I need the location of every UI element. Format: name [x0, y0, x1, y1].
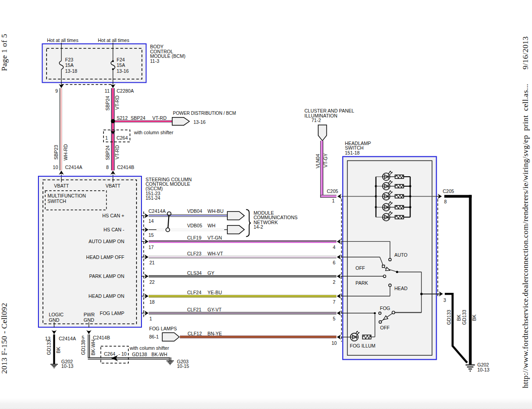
svg-text:Page 1 of 5: Page 1 of 5 — [0, 34, 9, 71]
svg-text:2013 F-150 - Cell092: 2013 F-150 - Cell092 — [0, 303, 9, 374]
svg-text:11-3: 11-3 — [150, 58, 159, 64]
svg-text:15A: 15A — [117, 62, 125, 68]
svg-text:13-16: 13-16 — [193, 119, 206, 125]
svg-text:GD133: GD133 — [461, 310, 467, 324]
svg-text:2: 2 — [333, 279, 335, 285]
svg-text:S212: S212 — [117, 115, 128, 121]
svg-text:BN-YE: BN-YE — [207, 331, 222, 336]
svg-text:with column shifter: with column shifter — [129, 345, 169, 351]
svg-text:13-16: 13-16 — [117, 68, 129, 74]
svg-text:C2414A: C2414A — [65, 165, 82, 170]
svg-text:151-18: 151-18 — [345, 150, 360, 155]
svg-text:WH-VT: WH-VT — [207, 251, 223, 256]
svg-text:PARK: PARK — [356, 280, 368, 286]
svg-text:CLF19: CLF19 — [187, 235, 202, 240]
svg-text:BK: BK — [56, 347, 61, 353]
svg-text:22: 22 — [150, 279, 155, 285]
svg-text:BK: BK — [471, 315, 477, 321]
svg-text:FOG LAMPS: FOG LAMPS — [149, 326, 177, 331]
svg-text:HEAD LAMP OFF: HEAD LAMP OFF — [86, 254, 124, 260]
svg-text:1: 1 — [150, 316, 152, 321]
svg-text:VT-GY: VT-GY — [323, 153, 328, 168]
svg-text:BK: BK — [456, 315, 461, 321]
svg-text:6: 6 — [333, 260, 335, 265]
svg-text:BK-WH: BK-WH — [151, 352, 167, 357]
svg-text:WH-BU: WH-BU — [207, 208, 224, 214]
svg-text:GD138: GD138 — [132, 352, 147, 357]
svg-text:17: 17 — [149, 244, 154, 250]
svg-text:BK-WH: BK-WH — [90, 339, 96, 355]
svg-text:7: 7 — [333, 299, 335, 305]
svg-text:OFF: OFF — [380, 325, 390, 330]
svg-text:CLF12: CLF12 — [188, 331, 202, 336]
svg-text:HEAD LAMP ON: HEAD LAMP ON — [89, 293, 124, 299]
svg-text:C2414A: C2414A — [149, 208, 166, 214]
svg-text:SBP24: SBP24 — [105, 96, 110, 111]
svg-text:CLS34: CLS34 — [187, 270, 202, 276]
svg-text:11: 11 — [105, 88, 110, 94]
svg-text:SWITCH: SWITCH — [47, 198, 66, 204]
svg-text:FOG: FOG — [380, 306, 391, 311]
svg-text:WH-RD: WH-RD — [63, 144, 68, 161]
svg-text:13-18: 13-18 — [65, 68, 77, 74]
svg-text:10: 10 — [53, 165, 58, 170]
svg-text:VDB04: VDB04 — [187, 208, 202, 214]
svg-text:FOG LAMP: FOG LAMP — [100, 310, 124, 316]
svg-text:AUTO LAMP ON: AUTO LAMP ON — [89, 239, 124, 244]
svg-text:PARK LAMP ON: PARK LAMP ON — [89, 273, 124, 279]
svg-text:GND: GND — [84, 317, 94, 323]
svg-text:C264: C264 — [104, 351, 115, 357]
svg-text:10-15: 10-15 — [177, 363, 189, 369]
svg-text:VT-RD: VT-RD — [152, 115, 167, 121]
svg-text:C264: C264 — [117, 135, 128, 141]
svg-text:5: 5 — [333, 316, 335, 321]
svg-text:15: 15 — [149, 232, 154, 238]
svg-text:HS CAN -: HS CAN - — [104, 227, 125, 232]
svg-text:9: 9 — [55, 88, 58, 94]
svg-text:FOG ILLUM: FOG ILLUM — [350, 343, 376, 348]
svg-text:1: 1 — [332, 198, 335, 203]
svg-text:GD133: GD133 — [446, 310, 452, 324]
svg-text:10-13: 10-13 — [477, 367, 490, 372]
svg-text:VT-RD: VT-RD — [114, 145, 120, 160]
svg-text:VBATT: VBATT — [54, 183, 69, 188]
svg-text:21: 21 — [150, 260, 155, 265]
svg-text:4: 4 — [333, 244, 335, 250]
svg-text:C2280A: C2280A — [117, 88, 134, 94]
svg-text:C2414B: C2414B — [93, 335, 110, 340]
svg-text:CLF21: CLF21 — [187, 307, 202, 312]
svg-text:PWR: PWR — [84, 312, 95, 317]
svg-text:GD138: GD138 — [80, 340, 86, 355]
svg-text:VLN04: VLN04 — [315, 154, 320, 168]
svg-text:POWER DISTRIBUTION / BCM: POWER DISTRIBUTION / BCM — [173, 111, 236, 116]
svg-text:10: 10 — [332, 340, 337, 346]
svg-text:AUTO: AUTO — [395, 252, 408, 258]
svg-text:VT-GN: VT-GN — [207, 235, 222, 240]
svg-text:GND: GND — [49, 317, 60, 323]
svg-text:LOGIC: LOGIC — [49, 312, 64, 317]
svg-text:14: 14 — [149, 218, 154, 224]
svg-text:GY: GY — [207, 270, 214, 276]
svg-text:14-2: 14-2 — [254, 224, 263, 230]
svg-text:10-13: 10-13 — [61, 363, 74, 369]
svg-text:1: 1 — [105, 135, 108, 141]
svg-text:15A: 15A — [65, 62, 74, 68]
svg-text:VBATT: VBATT — [105, 183, 121, 188]
svg-text:86-1: 86-1 — [149, 334, 159, 339]
svg-text:CLF24: CLF24 — [187, 290, 202, 295]
svg-text:8: 8 — [444, 199, 447, 204]
svg-text:F23: F23 — [65, 57, 73, 62]
svg-text:HS CAN +: HS CAN + — [102, 213, 124, 218]
svg-text:SBP24: SBP24 — [131, 115, 146, 121]
svg-text:C2414B: C2414B — [117, 165, 134, 170]
svg-text:Hot at all times: Hot at all times — [47, 38, 78, 43]
svg-text:8: 8 — [106, 165, 109, 170]
svg-text:3: 3 — [443, 297, 446, 303]
svg-text:F24: F24 — [117, 57, 125, 62]
svg-text:- 10: - 10 — [118, 351, 127, 357]
svg-text:C2414A: C2414A — [59, 336, 76, 341]
svg-text:with column shifter: with column shifter — [134, 130, 174, 135]
svg-text:18: 18 — [150, 299, 155, 305]
svg-text:http://www.fordtechservice.dea: http://www.fordtechservice.dealerconnect… — [521, 84, 530, 388]
svg-text:C205: C205 — [327, 188, 338, 194]
